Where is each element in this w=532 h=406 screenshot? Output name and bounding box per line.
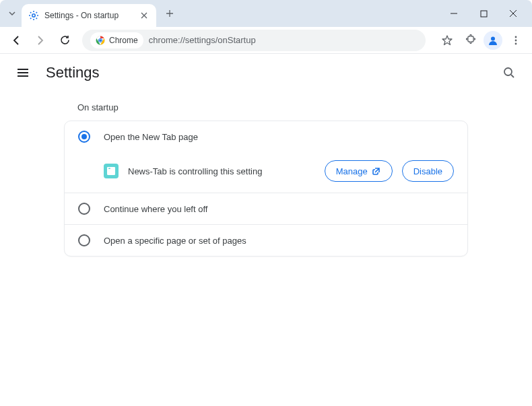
browser-tab[interactable]: Settings - On startup (22, 4, 156, 27)
search-icon (502, 66, 516, 79)
svg-point-11 (504, 68, 512, 75)
back-button[interactable] (5, 30, 27, 51)
hamburger-icon (16, 66, 30, 79)
profile-avatar-icon (484, 31, 502, 50)
disable-label: Disable (413, 166, 442, 176)
on-startup-card: Open the New Tab page News-Tab is contro… (64, 121, 468, 257)
disable-extension-button[interactable]: Disable (402, 160, 454, 182)
url-text: chrome://settings/onStartup (149, 35, 256, 45)
tab-title: Settings - On startup (44, 11, 133, 20)
external-link-icon (372, 166, 381, 176)
settings-menu-button[interactable] (11, 61, 35, 85)
radio-specific-pages[interactable] (78, 234, 90, 246)
site-chip[interactable]: Chrome (90, 32, 143, 48)
radio-continue[interactable] (78, 203, 90, 215)
manage-label: Manage (336, 166, 368, 176)
svg-point-8 (515, 36, 517, 38)
option-continue-where-left-off[interactable]: Continue where you left off (65, 193, 467, 224)
menu-button[interactable] (505, 30, 527, 51)
page-title: Settings (46, 64, 100, 81)
chrome-logo-icon (96, 36, 105, 45)
svg-point-10 (515, 42, 517, 44)
bookmark-star-button[interactable] (436, 30, 458, 51)
svg-rect-1 (481, 11, 487, 17)
section-title: On startup (64, 92, 468, 121)
forward-button[interactable] (30, 30, 51, 51)
settings-content: On startup Open the New Tab page News-Ta… (0, 92, 532, 257)
close-window-button[interactable] (500, 3, 527, 24)
window-controls (440, 3, 529, 24)
minimize-button[interactable] (440, 3, 467, 24)
manage-extension-button[interactable]: Manage (325, 160, 393, 182)
svg-point-0 (32, 14, 35, 17)
tab-search-button[interactable] (3, 4, 22, 23)
option-label: Open the New Tab page (104, 132, 198, 142)
extension-controlling-row: News-Tab is controlling this setting Man… (65, 152, 467, 193)
profile-button[interactable] (482, 30, 504, 51)
svg-rect-14 (108, 168, 110, 170)
reload-button[interactable] (54, 30, 75, 51)
browser-toolbar: Chrome chrome://settings/onStartup (0, 27, 532, 54)
tab-close-button[interactable] (139, 10, 149, 21)
tab-favicon-settings-icon (28, 10, 39, 21)
svg-point-6 (99, 39, 102, 42)
svg-rect-13 (107, 167, 115, 170)
settings-search-button[interactable] (497, 61, 521, 85)
extension-icon (104, 164, 119, 178)
option-specific-pages[interactable]: Open a specific page or set of pages (65, 225, 467, 256)
radio-open-new-tab[interactable] (78, 131, 90, 143)
svg-point-9 (515, 39, 517, 41)
site-chip-label: Chrome (109, 36, 138, 45)
option-label: Open a specific page or set of pages (104, 236, 246, 246)
window-titlebar: Settings - On startup (0, 0, 532, 27)
new-tab-button[interactable] (160, 4, 179, 23)
option-open-new-tab[interactable]: Open the New Tab page (65, 121, 467, 152)
maximize-button[interactable] (470, 3, 497, 24)
extensions-button[interactable] (459, 30, 481, 51)
svg-point-7 (491, 36, 495, 40)
address-bar[interactable]: Chrome chrome://settings/onStartup (82, 30, 426, 51)
extension-message: News-Tab is controlling this setting (128, 166, 315, 176)
option-label: Continue where you left off (104, 204, 207, 214)
settings-header: Settings (0, 54, 532, 92)
